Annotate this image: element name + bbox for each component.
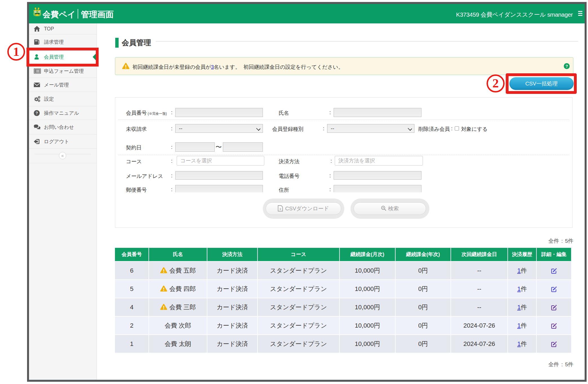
svg-text:?: ? <box>35 111 38 115</box>
svg-text:x: x <box>280 208 281 210</box>
